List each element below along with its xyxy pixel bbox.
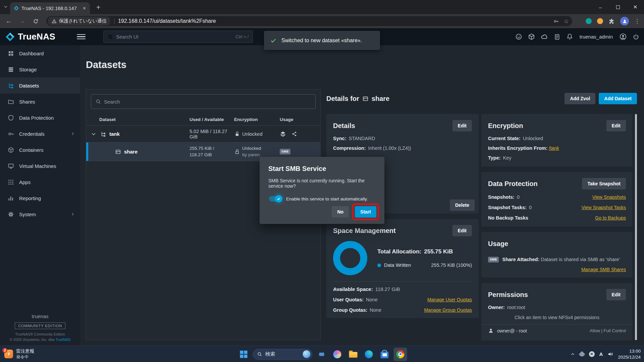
hamburger-menu-icon[interactable]	[77, 34, 86, 40]
truecommand-cloud-icon[interactable]	[541, 33, 548, 41]
legend-data-written: Data Written 255.75 KiB (100%)	[377, 262, 472, 268]
browser-menu-kebab-icon[interactable]: ⋮	[634, 18, 640, 25]
url-bar[interactable]: 保護されていない通信 192.168.0.147/ui/datasets/tan…	[46, 16, 572, 26]
sidebar-item-system[interactable]: System	[0, 206, 80, 222]
file-explorer-button[interactable]	[346, 348, 360, 361]
tray-chevron-up-icon[interactable]	[571, 352, 575, 356]
sidebar-item-apps[interactable]: Apps	[0, 174, 80, 190]
view-snapshots-link[interactable]: View Snapshots	[592, 194, 626, 200]
reload-icon[interactable]	[32, 17, 40, 25]
smb-badge[interactable]: SMB	[280, 149, 290, 155]
package-icon[interactable]	[528, 33, 535, 40]
chevron-right-icon	[71, 132, 75, 136]
edit-encryption-button[interactable]: Edit	[606, 120, 626, 131]
sidebar-item-containers[interactable]: Containers	[0, 142, 80, 158]
ime-mode-indicator[interactable]: A	[599, 351, 603, 357]
ace-perms: Allow | Full Control	[590, 328, 626, 333]
toast-notification[interactable]: Switched to new dataset «share».	[264, 31, 380, 50]
power-icon[interactable]	[633, 34, 639, 40]
sidebar-item-data-protection[interactable]: Data Protection	[0, 110, 80, 126]
manage-group-quotas-link[interactable]: Manage Group Quotas	[424, 307, 472, 313]
warning-icon	[52, 19, 57, 24]
alerts-bell-icon[interactable]	[566, 33, 573, 40]
inherit-source-link[interactable]: /tank	[549, 145, 559, 151]
permission-item[interactable]: owner@ - root Allow | Full Control	[481, 324, 633, 336]
expand-chevron-icon[interactable]	[91, 131, 96, 137]
data-protection-card: Data Protection Take Snapshot Snapshots:…	[481, 172, 633, 227]
taskbar-weather-widget[interactable]: 3 雷注意報 発令中	[2, 347, 37, 361]
sidebar-item-reporting[interactable]: Reporting	[0, 190, 80, 206]
add-dataset-button[interactable]: Add Dataset	[599, 93, 637, 104]
screen: TrueNAS - 192.168.0.147 × + – ✕ ← → 保護され…	[0, 0, 644, 362]
start-button[interactable]: Start	[355, 206, 376, 218]
maximize-button[interactable]	[609, 0, 627, 14]
sidebar-item-credentials[interactable]: Credentials	[0, 126, 80, 142]
extensions-puzzle-icon[interactable]	[608, 18, 615, 24]
store-button[interactable]	[378, 348, 391, 361]
card-title: Details	[333, 122, 355, 130]
tab-search-icon[interactable]	[3, 4, 8, 9]
sidebar: Dashboard Storage Datasets Shares Data P…	[0, 45, 80, 346]
forward-icon[interactable]: →	[18, 17, 26, 25]
browser-profile-avatar[interactable]	[620, 17, 629, 25]
taskbar-clock[interactable]: 13:00 2025/12/24	[618, 348, 641, 360]
view-snapshot-tasks-link[interactable]: View Snapshot Tasks	[581, 205, 626, 210]
browser-tab[interactable]: TrueNAS - 192.168.0.147 ×	[10, 2, 90, 14]
edit-permissions-button[interactable]: Edit	[606, 289, 626, 300]
sidebar-item-shares[interactable]: Shares	[0, 94, 80, 110]
smb-badge: SMB	[488, 257, 499, 262]
security-chip[interactable]: 保護されていない通信	[48, 17, 110, 25]
no-button[interactable]: No	[332, 206, 349, 218]
global-search-input[interactable]	[116, 34, 232, 40]
new-tab-button[interactable]: +	[94, 3, 103, 12]
volume-icon[interactable]	[607, 351, 613, 357]
global-search[interactable]: Ctrl + /	[103, 31, 253, 43]
delete-dataset-button[interactable]: Delete	[450, 199, 475, 211]
sidebar-item-datasets[interactable]: Datasets	[0, 77, 80, 94]
share-icon[interactable]	[291, 131, 297, 137]
sidebar-item-virtual-machines[interactable]: Virtual Machines	[0, 158, 80, 174]
brand-link[interactable]: TrueNAS	[56, 338, 71, 342]
taskbar-search-box[interactable]: 検索	[253, 349, 313, 360]
close-button[interactable]: ✕	[627, 0, 644, 14]
tab-close-icon[interactable]: ×	[82, 5, 87, 12]
copyright-line: © 2025 iXsystems, Inc. dba TrueNAS	[0, 338, 80, 342]
task-view-button[interactable]	[315, 348, 328, 361]
truenas-logo[interactable]: TrueNAS	[5, 32, 55, 42]
edit-details-button[interactable]: Edit	[452, 120, 472, 131]
tray-status-icon[interactable]: ✕	[589, 351, 595, 357]
edge-button[interactable]	[362, 348, 376, 361]
datasets-search[interactable]	[91, 94, 316, 109]
extension-icon-1[interactable]	[586, 18, 592, 24]
feedback-smiley-icon[interactable]	[515, 33, 522, 40]
gear-icon	[7, 211, 14, 218]
table-row-tank[interactable]: tank 5.02 MiB / 118.27 GiB Unlocked	[86, 126, 320, 142]
copilot-button[interactable]	[331, 348, 344, 361]
password-key-icon[interactable]	[553, 18, 559, 24]
autostart-toggle[interactable]	[268, 195, 282, 202]
sidebar-item-storage[interactable]: Storage	[0, 61, 80, 77]
go-to-backups-link[interactable]: Go to Backups	[595, 215, 626, 221]
details-scrollbar[interactable]	[635, 114, 637, 340]
back-icon[interactable]: ←	[5, 17, 13, 25]
sidebar-item-dashboard[interactable]: Dashboard	[0, 45, 80, 61]
browser-tab-strip: TrueNAS - 192.168.0.147 × + – ✕	[0, 0, 644, 14]
start-button[interactable]	[237, 348, 251, 361]
tray-pen-icon[interactable]	[579, 351, 585, 358]
manage-smb-shares-link[interactable]: Manage SMB Shares	[581, 267, 626, 272]
datasets-search-input[interactable]	[104, 99, 311, 105]
add-zvol-button[interactable]: Add Zvol	[565, 93, 595, 104]
extension-icon-2[interactable]	[597, 18, 603, 24]
browser-toolbar: ← → 保護されていない通信 192.168.0.147/ui/datasets…	[0, 14, 644, 28]
manage-user-quotas-link[interactable]: Manage User Quotas	[427, 297, 472, 302]
user-avatar-icon[interactable]	[619, 33, 627, 41]
jobs-clipboard-icon[interactable]	[554, 34, 560, 40]
take-snapshot-button[interactable]: Take Snapshot	[582, 178, 626, 189]
window-controls: – ✕	[592, 0, 644, 14]
edit-space-button[interactable]: Edit	[452, 225, 472, 236]
layers-icon[interactable]	[280, 131, 286, 137]
snapshot-tasks-row: Snapshot Tasks:0 View Snapshot Tasks	[488, 205, 626, 210]
bookmark-star-icon[interactable]: ☆	[564, 18, 569, 24]
minimize-button[interactable]: –	[592, 0, 609, 14]
chrome-button[interactable]	[394, 348, 407, 361]
